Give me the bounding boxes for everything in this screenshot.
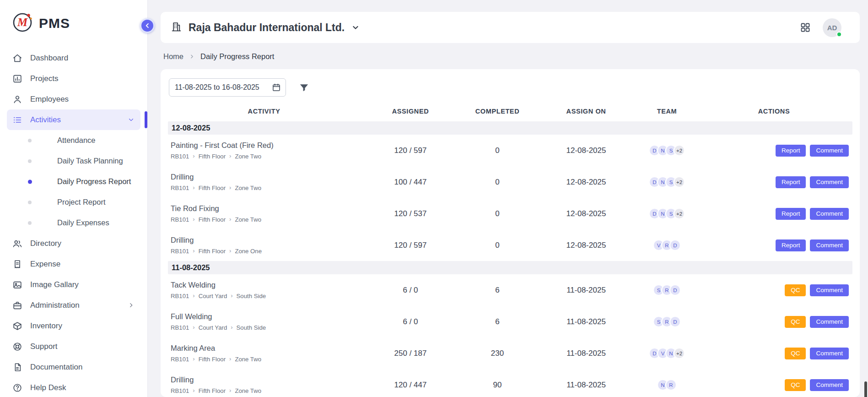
qc-button[interactable]: QC [785, 348, 806, 359]
activity-cell: DrillingRB101›Fifth Floor›Zone Two [168, 173, 360, 191]
date-range-input[interactable]: 11-08-2025 to 16-08-2025 [169, 78, 286, 97]
team-avatars: DVN+2 [638, 348, 695, 359]
assigned-value: 250 / 187 [360, 349, 461, 358]
chevron-right-icon: › [193, 185, 194, 190]
funnel-icon [299, 82, 309, 93]
team-extra-count: +2 [674, 145, 685, 156]
comment-button[interactable]: Comment [810, 379, 849, 391]
comment-button[interactable]: Comment [810, 284, 849, 296]
activity-path: RB101›Fifth Floor›Zone Two [171, 153, 360, 160]
main-content: Raja Bahadur International Ltd. AD Home [148, 0, 868, 397]
comment-button[interactable]: Comment [810, 176, 849, 188]
documentation-icon [12, 362, 22, 372]
assign-on-value: 12-08-2025 [534, 241, 638, 250]
sidebar-item-documentation[interactable]: Documentation [7, 357, 140, 377]
table-row: DrillingRB101›Fifth Floor›Zone Two100 / … [168, 166, 852, 198]
path-segment: RB101 [171, 216, 189, 223]
sidebar-subitem-project-report[interactable]: Project Report [7, 192, 140, 212]
user-avatar[interactable]: AD [823, 18, 841, 37]
projects-icon [12, 74, 22, 84]
comment-button[interactable]: Comment [810, 348, 849, 359]
activity-name: Tie Rod Fixing [171, 204, 360, 213]
sidebar-item-label: Expense [30, 260, 60, 269]
sidebar-item-image-gallary[interactable]: Image Gallary [7, 274, 140, 295]
team-avatar: D [669, 284, 681, 296]
chevron-right-icon: › [229, 387, 231, 393]
sidebar-item-support[interactable]: Support [7, 336, 140, 357]
comment-button[interactable]: Comment [810, 208, 849, 220]
actions-cell: ReportComment [695, 176, 852, 188]
inventory-icon [12, 321, 22, 331]
report-button[interactable]: Report [776, 239, 806, 251]
team-avatar: R [665, 379, 677, 391]
report-button[interactable]: Report [776, 145, 806, 157]
home-icon [12, 53, 22, 63]
qc-button[interactable]: QC [785, 316, 806, 328]
apps-grid-button[interactable] [800, 22, 811, 33]
activity-path: RB101›Fifth Floor›Zone Two [171, 216, 360, 223]
comment-button[interactable]: Comment [810, 145, 849, 157]
logo[interactable]: M PMS [0, 0, 147, 45]
sidebar-item-employees[interactable]: Employees [7, 89, 140, 109]
sidebar-collapse-button[interactable] [140, 18, 155, 33]
sidebar-subitem-label: Daily Expenses [57, 218, 109, 227]
sidebar-subitem-daily-expenses[interactable]: Daily Expenses [7, 212, 140, 233]
team-avatars: DNS+2 [638, 208, 695, 219]
sidebar-item-dashboard[interactable]: Dashboard [7, 48, 140, 68]
path-segment: South Side [237, 293, 266, 299]
helpdesk-icon [12, 383, 22, 393]
comment-button[interactable]: Comment [810, 316, 849, 328]
expense-icon [12, 259, 22, 269]
sidebar-item-activities[interactable]: Activities [7, 109, 140, 130]
path-segment: Fifth Floor [199, 185, 226, 191]
sidebar-subitem-daily-progress-report[interactable]: Daily Progress Report [7, 171, 140, 192]
sidebar: M PMS DashboardProjectsEmployeesActiviti… [0, 0, 148, 397]
sidebar-item-inventory[interactable]: Inventory [7, 315, 140, 336]
sidebar-subitem-attendance[interactable]: Attendance [7, 130, 140, 151]
scrollbar-thumb[interactable] [864, 381, 867, 397]
app-root: M PMS DashboardProjectsEmployeesActiviti… [0, 0, 868, 397]
filter-button[interactable] [299, 82, 309, 93]
sidebar-item-projects[interactable]: Projects [7, 68, 140, 89]
chevron-right-icon: › [193, 293, 194, 299]
activity-cell: Full WeldingRB101›Court Yard›South Side [168, 312, 360, 331]
breadcrumb-home[interactable]: Home [163, 52, 183, 61]
qc-button[interactable]: QC [785, 284, 806, 296]
sidebar-subitem-daily-task-planning[interactable]: Daily Task Planning [7, 151, 140, 171]
activity-path: RB101›Fifth Floor›Zone Two [171, 185, 360, 191]
report-button[interactable]: Report [776, 208, 806, 220]
assign-on-value: 11-08-2025 [534, 349, 638, 358]
qc-button[interactable]: QC [785, 379, 806, 391]
sidebar-item-directory[interactable]: Directory [7, 233, 140, 254]
path-segment: Zone Two [235, 185, 261, 191]
activity-name: Marking Area [171, 344, 360, 353]
team-avatars: NR [638, 379, 695, 391]
team-extra-count: +2 [674, 208, 685, 219]
sidebar-subitem-label: Attendance [57, 136, 95, 145]
topbar-actions: AD [800, 18, 841, 37]
directory-icon [12, 239, 22, 249]
path-segment: Fifth Floor [199, 248, 226, 255]
chevron-right-icon: › [193, 387, 194, 393]
breadcrumb: Home Daily Progress Report [161, 43, 860, 69]
path-segment: South Side [237, 324, 266, 331]
table-row: Tack WeldingRB101›Court Yard›South Side6… [168, 274, 852, 306]
sidebar-item-expense[interactable]: Expense [7, 254, 140, 274]
column-header-completed: COMPLETED [461, 108, 534, 115]
company-selector[interactable]: Raja Bahadur International Ltd. [171, 21, 360, 34]
activity-path: RB101›Court Yard›South Side [171, 293, 360, 299]
table-body: 12-08-2025Painting - First Coat (Fire Re… [168, 121, 852, 397]
column-header-team: TEAM [638, 108, 695, 115]
path-segment: Zone Two [235, 356, 261, 363]
sidebar-item-label: Directory [30, 239, 61, 248]
activity-cell: Painting - First Coat (Fire Red)RB101›Fi… [168, 141, 360, 160]
content-card: 11-08-2025 to 16-08-2025 ACTIVITYASSIGNE… [161, 69, 860, 397]
report-button[interactable]: Report [776, 176, 806, 188]
chevron-right-icon: › [229, 185, 231, 190]
activity-table: ACTIVITYASSIGNEDCOMPLETEDASSIGN ONTEAMAC… [168, 101, 852, 397]
comment-button[interactable]: Comment [810, 239, 849, 251]
chevron-right-icon: › [229, 248, 231, 254]
sidebar-item-help-desk[interactable]: Help Desk [7, 377, 140, 397]
completed-value: 0 [461, 241, 534, 250]
sidebar-item-administration[interactable]: Administration [7, 295, 140, 315]
